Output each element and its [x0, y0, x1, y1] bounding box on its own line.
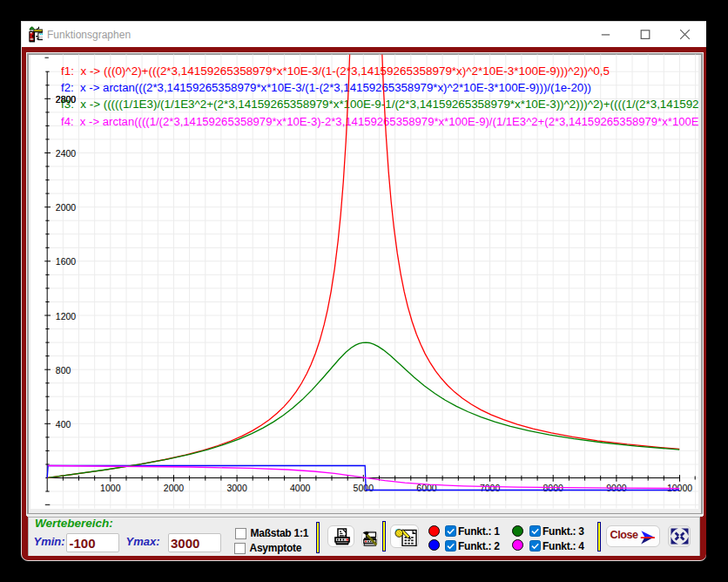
svg-text:4000: 4000 [290, 483, 311, 493]
svg-text:5000: 5000 [354, 483, 374, 493]
svg-text:10000: 10000 [667, 483, 692, 493]
svg-text:3000: 3000 [226, 483, 247, 493]
svg-text:2000: 2000 [56, 202, 77, 213]
svg-text:800: 800 [56, 365, 71, 376]
svg-text:2000: 2000 [164, 483, 185, 493]
svg-text:400: 400 [56, 419, 71, 430]
svg-text:9000: 9000 [606, 483, 627, 493]
svg-text:8000: 8000 [543, 483, 564, 493]
svg-text:1600: 1600 [56, 256, 77, 267]
svg-text:7000: 7000 [480, 483, 501, 493]
svg-text:1000: 1000 [100, 483, 121, 493]
svg-text:6000: 6000 [416, 483, 437, 493]
svg-text:1200: 1200 [56, 311, 77, 321]
